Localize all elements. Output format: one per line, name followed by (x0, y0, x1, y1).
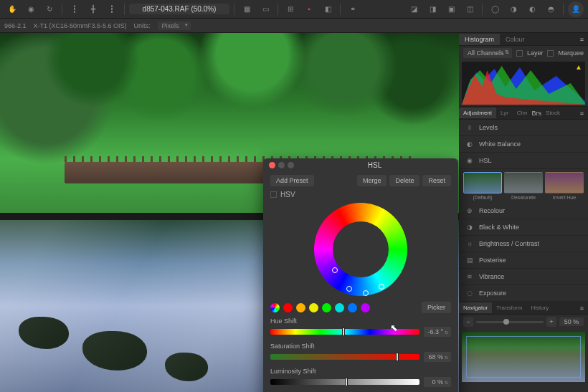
units-dropdown[interactable]: Pixels (158, 21, 191, 30)
camera-profile[interactable]: 966-2.1 (4, 22, 27, 29)
swatch-cyan[interactable] (335, 303, 344, 312)
stack4-icon[interactable]: ◫ (462, 2, 478, 16)
adj-brightness-contrast[interactable]: ☼Brightness / Contrast (459, 236, 588, 252)
exposure-icon: ◌ (465, 288, 475, 298)
hand-tool-icon[interactable]: ✋ (4, 2, 20, 16)
grid-icon[interactable]: ▦ (239, 2, 255, 16)
tab-adjustment[interactable]: Adjustment (459, 107, 496, 118)
snap-icon[interactable]: ⊞ (283, 2, 298, 16)
separator (124, 4, 125, 15)
separator (482, 4, 483, 15)
shape1-icon[interactable]: ◯ (487, 2, 503, 16)
tab-histogram[interactable]: Histogram (459, 34, 500, 45)
color-swatches: Picker (263, 300, 458, 315)
context-bar: 966-2.1 X-T1 (XC16-50mmF3.5-5.6 OIS) Uni… (0, 19, 588, 33)
tab-colour[interactable]: Colour (500, 34, 531, 45)
align-left-icon[interactable]: ┇ (67, 2, 82, 16)
screen-icon[interactable]: ▭ (257, 2, 273, 16)
navigator-tabs: Navigator Transform History ≡ (459, 302, 588, 315)
separator (340, 4, 341, 15)
tab-navigator[interactable]: Navigator (459, 302, 492, 313)
panel-menu-icon[interactable]: ≡ (576, 110, 588, 117)
color-wheel[interactable] (314, 203, 407, 296)
lens-profile[interactable]: X-T1 (XC16-50mmF3.5-5.6 OIS) (34, 22, 127, 29)
tab-history[interactable]: History (526, 302, 553, 313)
tab-lyr[interactable]: Lyr (496, 107, 513, 118)
zoom-slider[interactable] (476, 321, 544, 323)
brightness-icon: ☼ (465, 239, 475, 249)
delete-button[interactable]: Delete (389, 175, 419, 186)
stack1-icon[interactable]: ◪ (406, 2, 422, 16)
vibrance-icon: ≋ (465, 272, 475, 282)
saturation-slider[interactable] (270, 354, 419, 360)
shape4-icon[interactable]: ◓ (543, 2, 559, 16)
picker-button[interactable]: Picker (422, 302, 451, 313)
posterise-icon: ▤ (465, 255, 475, 265)
stack2-icon[interactable]: ◨ (425, 2, 440, 16)
cycle-icon[interactable]: ↻ (42, 2, 57, 16)
swatch-red[interactable] (283, 303, 293, 312)
swatch-blue[interactable] (348, 303, 357, 312)
hsv-checkbox[interactable] (270, 191, 277, 198)
zoom-out-button[interactable]: − (463, 317, 473, 327)
minimize-dot[interactable] (278, 162, 285, 168)
swatch-orange[interactable] (296, 303, 305, 312)
luminosity-value[interactable]: 0 % (424, 377, 451, 387)
preset-default[interactable]: (Default) (463, 172, 502, 200)
align-center-icon[interactable]: ╋ (85, 2, 101, 16)
adj-exposure[interactable]: ◌Exposure (459, 285, 588, 302)
tab-transform[interactable]: Transform (492, 302, 526, 313)
user-avatar-icon[interactable]: 👤 (568, 1, 584, 17)
adj-white-balance[interactable]: ◐White Balance (459, 136, 588, 153)
swatch-multi[interactable] (270, 303, 280, 312)
shape2-icon[interactable]: ◑ (506, 2, 521, 16)
merge-button[interactable]: Merge (357, 175, 387, 186)
white-balance-icon: ◐ (465, 139, 475, 149)
separator (234, 4, 234, 15)
close-dot[interactable] (269, 162, 275, 168)
maximize-dot[interactable] (288, 162, 294, 168)
preset-desaturate[interactable]: Desaturate (504, 172, 543, 200)
preset-invert-hue[interactable]: Invert Hue (545, 172, 584, 200)
adj-posterise[interactable]: ▤Posterise (459, 252, 588, 269)
marquee-checkbox[interactable] (547, 50, 554, 57)
layer-checkbox[interactable] (516, 50, 523, 57)
swatch-green[interactable] (322, 303, 331, 312)
zoom-in-button[interactable]: + (546, 317, 556, 327)
hue-slider[interactable] (270, 329, 419, 335)
adjustment-list: ⫴Levels ◐White Balance ◉HSL (Default) De… (459, 120, 588, 302)
channels-dropdown[interactable]: All Channels (463, 48, 512, 58)
adj-recolour[interactable]: ⊕Recolour (459, 203, 588, 219)
hsl-dialog: HSL Add Preset Merge Delete Reset HSV Pi… (263, 158, 458, 392)
reset-button[interactable]: Reset (422, 175, 451, 186)
saturation-value[interactable]: 68 % (424, 352, 451, 362)
filename-display[interactable]: d857-043.RAF (50.0%) (129, 4, 229, 14)
shape3-icon[interactable]: ◐ (524, 2, 540, 16)
adj-hsl[interactable]: ◉HSL (459, 153, 588, 169)
swatch-yellow[interactable] (309, 303, 318, 312)
hue-value[interactable]: -6.3 ° (424, 327, 451, 337)
adj-black-white[interactable]: ◑Black & White (459, 219, 588, 236)
panel-menu-icon[interactable]: ≡ (576, 305, 588, 312)
tab-chn[interactable]: Chn (513, 107, 532, 118)
right-panel: Histogram Colour ≡ All Channels Layer Ma… (459, 33, 588, 392)
separator (62, 4, 62, 15)
swatch-magenta[interactable] (361, 303, 370, 312)
crop-icon[interactable]: ◧ (320, 2, 336, 16)
adj-levels[interactable]: ⫴Levels (459, 120, 588, 136)
link-icon[interactable]: ⚭ (345, 2, 361, 16)
adj-vibrance[interactable]: ≋Vibrance (459, 269, 588, 285)
color-wheel-icon[interactable]: ◉ (23, 2, 39, 16)
luminosity-slider[interactable] (270, 379, 419, 385)
navigator-preview[interactable] (462, 332, 585, 382)
clipping-warning-icon[interactable]: ▲ (575, 63, 582, 71)
tab-brs[interactable]: Brs (532, 110, 542, 117)
layer-label: Layer (527, 49, 544, 57)
add-preset-button[interactable]: Add Preset (270, 175, 314, 186)
stack3-icon[interactable]: ▣ (443, 2, 459, 16)
align-right-icon[interactable]: ┇ (104, 2, 120, 16)
snap-red-icon[interactable]: ▪ (301, 2, 317, 16)
panel-menu-icon[interactable]: ≡ (576, 36, 588, 43)
tab-stock[interactable]: Stock (541, 107, 564, 118)
zoom-value[interactable]: 50 % (559, 317, 584, 326)
